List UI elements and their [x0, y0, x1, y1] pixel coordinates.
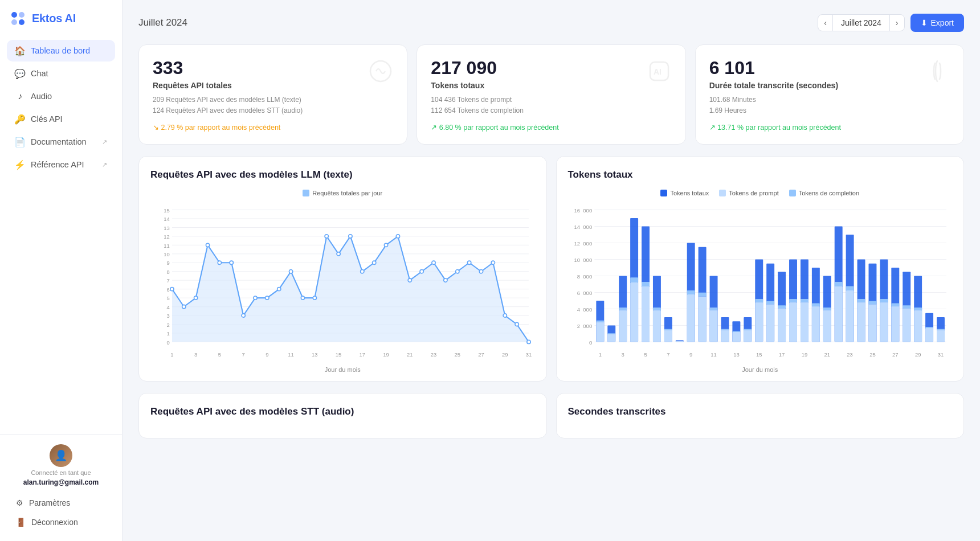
svg-rect-159 — [811, 304, 819, 306]
svg-rect-183 — [903, 306, 910, 309]
bottom-charts-row: Requêtes API avec des modèles STT (audio… — [138, 393, 964, 438]
charts-row: Requêtes API avec des modèles LLM (texte… — [138, 156, 964, 382]
svg-text:13: 13 — [733, 351, 740, 358]
svg-rect-186 — [914, 308, 922, 310]
date-next-button[interactable]: › — [890, 15, 904, 31]
stat-detail-duree: 101.68 Minutes 1.69 Heures — [709, 95, 950, 116]
connected-label: Connecté en tant que — [31, 469, 91, 476]
main-content: Juillet 2024 ‹ Juillet 2024 › ⬇ Export 3… — [122, 0, 980, 541]
svg-text:29: 29 — [914, 351, 921, 358]
svg-text:3: 3 — [194, 351, 197, 358]
svg-rect-174 — [868, 301, 876, 305]
page-title: Juillet 2024 — [138, 17, 187, 28]
stat-icon-api — [367, 58, 394, 85]
svg-point-57 — [432, 261, 435, 264]
svg-rect-114 — [642, 282, 650, 286]
logo-dot-light2 — [11, 19, 17, 25]
sidebar-item-parametres[interactable]: ⚙ Paramètres — [8, 493, 114, 513]
svg-rect-176 — [880, 302, 888, 342]
svg-rect-180 — [891, 304, 899, 306]
arrow-up-icon2 — [709, 124, 717, 132]
svg-point-35 — [170, 288, 174, 291]
bottom-chart-secondes-title: Secondes transcrites — [568, 406, 953, 417]
svg-rect-149 — [778, 309, 786, 342]
legend-dot-total — [660, 190, 667, 196]
sidebar-item-documentation[interactable]: 📄 Documentation ↗ — [7, 131, 115, 153]
main-header: Juillet 2024 ‹ Juillet 2024 › ⬇ Export — [138, 14, 964, 32]
legend-dot-requetes — [303, 190, 309, 196]
stat-label-duree: Durée totale transcrite (secondes) — [709, 81, 950, 90]
svg-text:0: 0 — [589, 339, 591, 346]
main-nav: 🏠 Tableau de bord 💬 Chat ♪ Audio 🔑 Clés … — [0, 35, 122, 435]
svg-rect-108 — [619, 308, 627, 310]
date-prev-button[interactable]: ‹ — [818, 15, 832, 31]
svg-point-48 — [325, 235, 328, 238]
svg-text:3: 3 — [621, 351, 624, 358]
sidebar-item-tableau-de-bord[interactable]: 🏠 Tableau de bord — [7, 40, 115, 62]
svg-rect-179 — [891, 306, 899, 342]
export-label: Export — [931, 18, 954, 27]
svg-text:14: 14 — [164, 216, 170, 223]
svg-text:8  000: 8 000 — [577, 273, 591, 280]
svg-rect-101 — [596, 322, 604, 342]
app-name-suffix: AI — [62, 12, 76, 24]
svg-rect-126 — [687, 290, 695, 294]
sidebar-label-parametres: Paramètres — [29, 498, 70, 507]
line-chart-area: 0123456789101112131415135791113151719212… — [150, 202, 535, 364]
sidebar-item-deconnexion[interactable]: 🚪 Déconnexion — [8, 513, 114, 532]
svg-text:5: 5 — [218, 351, 221, 358]
svg-text:11: 11 — [164, 243, 170, 249]
home-icon: 🏠 — [15, 46, 25, 56]
svg-point-54 — [396, 235, 399, 238]
svg-rect-185 — [914, 310, 922, 342]
svg-point-65 — [527, 341, 530, 344]
svg-rect-150 — [778, 306, 786, 309]
svg-text:19: 19 — [383, 351, 389, 358]
svg-text:1: 1 — [598, 351, 601, 358]
svg-text:11: 11 — [710, 351, 717, 358]
legend-label-prompt: Tokens de prompt — [729, 190, 778, 196]
svg-point-59 — [456, 270, 459, 273]
legend-label-total: Tokens totaux — [670, 190, 709, 196]
sidebar-item-chat[interactable]: 💬 Chat — [7, 63, 115, 84]
date-navigator: ‹ Juillet 2024 › — [818, 14, 904, 31]
svg-text:11: 11 — [288, 351, 294, 358]
svg-text:10: 10 — [164, 251, 170, 257]
svg-point-52 — [373, 261, 376, 264]
svg-text:13: 13 — [164, 225, 170, 231]
svg-point-46 — [301, 296, 304, 300]
app-name: Ektos AI — [32, 12, 76, 25]
sidebar-label-tableau-de-bord: Tableau de bord — [31, 46, 90, 55]
svg-point-53 — [384, 244, 387, 247]
svg-rect-173 — [868, 305, 876, 342]
svg-rect-134 — [721, 330, 729, 342]
logo-dot-blue2 — [19, 19, 24, 25]
sidebar-item-reference-api[interactable]: ⚡ Référence API ↗ — [7, 154, 115, 175]
svg-text:27: 27 — [892, 351, 899, 358]
legend-label-completion: Tokens de completion — [799, 190, 859, 196]
svg-text:0: 0 — [166, 339, 169, 346]
svg-rect-104 — [607, 334, 615, 342]
svg-text:10  000: 10 000 — [574, 257, 592, 263]
svg-rect-167 — [846, 290, 854, 342]
svg-rect-146 — [766, 305, 774, 342]
stat-number-duree: 6 101 — [709, 58, 950, 79]
export-button[interactable]: ⬇ Export — [910, 14, 964, 32]
svg-rect-147 — [766, 301, 774, 305]
sidebar-item-cles-api[interactable]: 🔑 Clés API — [7, 108, 115, 130]
sidebar-item-audio[interactable]: ♪ Audio — [7, 85, 115, 107]
svg-text:12: 12 — [164, 233, 170, 240]
bar-chart-x-label: Jour du mois — [568, 366, 953, 373]
app-name-prefix: Ektos — [32, 12, 62, 24]
line-chart-title: Requêtes API avec des modèles LLM (texte… — [150, 169, 535, 181]
svg-rect-165 — [834, 282, 842, 286]
svg-text:1: 1 — [166, 331, 169, 337]
svg-rect-120 — [664, 329, 672, 330]
arrow-down-icon — [153, 124, 161, 132]
stat-icon-audio — [924, 58, 951, 85]
svg-text:13: 13 — [312, 351, 318, 358]
bottom-chart-stt: Requêtes API avec des modèles STT (audio… — [138, 393, 547, 438]
svg-text:6: 6 — [166, 286, 169, 293]
svg-rect-129 — [698, 293, 706, 297]
sidebar: Ektos AI 🏠 Tableau de bord 💬 Chat ♪ Audi… — [0, 0, 122, 541]
